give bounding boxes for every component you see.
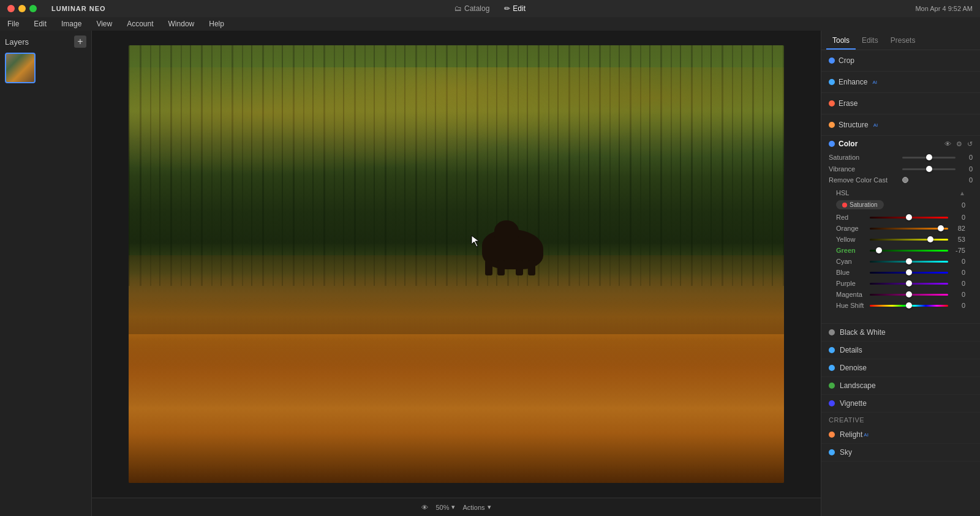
blue-label: Blue <box>836 269 870 276</box>
menu-account[interactable]: Account <box>124 20 156 28</box>
menu-view[interactable]: View <box>94 20 115 28</box>
hue-shift-track-wrapper[interactable] <box>870 301 948 310</box>
remove-cast-dot[interactable] <box>902 177 908 183</box>
vibrance-thumb[interactable] <box>926 166 932 172</box>
eye-icon: 👁 <box>421 504 428 511</box>
tool-denoise[interactable]: Denoise <box>821 359 980 377</box>
menu-file[interactable]: File <box>5 20 21 28</box>
color-section-label-wrapper: Color <box>829 140 858 148</box>
menu-image[interactable]: Image <box>59 20 84 28</box>
hsl-tab-row: Saturation 0 <box>836 200 965 209</box>
yellow-label: Yellow <box>836 236 870 243</box>
tool-sky[interactable]: Sky <box>821 444 980 462</box>
cyan-track-wrapper[interactable] <box>870 257 948 266</box>
edit-label: Edit <box>513 4 526 13</box>
purple-thumb[interactable] <box>906 280 912 286</box>
blue-track-wrapper[interactable] <box>870 268 948 277</box>
maximize-button[interactable] <box>29 5 37 12</box>
hue-shift-thumb[interactable] <box>906 302 912 308</box>
tool-relight[interactable]: Relight AI <box>821 426 980 444</box>
bw-icon-dot <box>829 329 835 335</box>
hsl-header[interactable]: HSL ▲ <box>836 189 965 196</box>
color-section-title: Color <box>839 140 858 148</box>
canvas-eye-btn[interactable]: 👁 <box>421 504 428 511</box>
foreground-grass <box>129 316 784 483</box>
zoom-arrow: ▾ <box>451 503 455 511</box>
tool-landscape[interactable]: Landscape <box>821 377 980 395</box>
canvas-zoom[interactable]: 50% ▾ <box>435 503 455 511</box>
autumn-foliage <box>129 67 784 220</box>
landscape-icon-dot <box>829 383 835 389</box>
sky-icon-dot <box>829 449 835 455</box>
green-track-wrapper[interactable] <box>870 246 948 255</box>
yellow-track-wrapper[interactable] <box>870 235 948 244</box>
saturation-row: Saturation 0 <box>829 153 973 162</box>
sky-label: Sky <box>840 448 852 457</box>
cyan-value: 0 <box>948 258 965 265</box>
tool-section-enhance: Enhance AI <box>821 72 980 93</box>
creative-header: Creative <box>821 413 980 426</box>
vibrance-row: Vibrance 0 <box>829 165 973 173</box>
crop-header[interactable]: Crop <box>829 54 973 67</box>
tab-tools[interactable]: Tools <box>826 32 856 50</box>
tool-details[interactable]: Details <box>821 342 980 359</box>
orange-track-wrapper[interactable] <box>870 224 948 233</box>
magenta-track-wrapper[interactable] <box>870 290 948 299</box>
hsl-saturation-tab[interactable]: Saturation <box>836 200 884 209</box>
blue-thumb[interactable] <box>906 269 912 275</box>
blue-track <box>870 272 948 274</box>
tool-vignette[interactable]: Vignette <box>821 395 980 413</box>
erase-header[interactable]: Erase <box>829 97 973 110</box>
vibrance-slider-wrapper[interactable] <box>902 165 956 173</box>
crop-icon-dot <box>829 58 835 64</box>
minimize-button[interactable] <box>18 5 26 12</box>
color-reset-btn[interactable]: ↺ <box>967 140 973 148</box>
structure-header[interactable]: Structure AI <box>829 118 973 132</box>
yellow-thumb[interactable] <box>927 236 933 242</box>
orange-track <box>870 228 948 230</box>
close-button[interactable] <box>7 5 15 12</box>
titlebar-nav: 🗂 Catalog ✏ Edit <box>454 4 526 13</box>
edit-icon: ✏ <box>504 4 510 13</box>
titlebar-right: Mon Apr 4 9:52 AM <box>915 5 973 12</box>
structure-badge: AI <box>873 122 878 128</box>
red-track-wrapper[interactable] <box>870 213 948 222</box>
add-layer-button[interactable]: + <box>74 36 86 48</box>
color-section: Color 👁 ⚙ ↺ Saturation <box>821 136 980 324</box>
red-thumb[interactable] <box>906 214 912 220</box>
menu-help[interactable]: Help <box>206 20 227 28</box>
tab-presets[interactable]: Presets <box>884 32 922 50</box>
saturation-thumb[interactable] <box>926 154 932 160</box>
left-sidebar: Layers + <box>0 31 92 516</box>
layer-thumbnail[interactable] <box>5 53 36 83</box>
saturation-slider-wrapper[interactable] <box>902 153 956 162</box>
app-name: LUMINAR NEO <box>51 5 106 12</box>
color-settings-btn[interactable]: ⚙ <box>956 140 962 148</box>
menubar: File Edit Image View Account Window Help <box>0 17 980 31</box>
purple-track <box>870 283 948 285</box>
hue-shift-track <box>870 305 948 307</box>
purple-track-wrapper[interactable] <box>870 279 948 288</box>
details-icon-dot <box>829 347 835 353</box>
canvas-actions[interactable]: Actions ▾ <box>462 503 491 511</box>
enhance-label-wrapper: Enhance AI <box>829 78 877 86</box>
menu-window[interactable]: Window <box>166 20 197 28</box>
cyan-thumb[interactable] <box>906 258 912 264</box>
color-section-header: Color 👁 ⚙ ↺ <box>829 140 973 148</box>
crop-label-wrapper: Crop <box>829 56 854 65</box>
tool-bw[interactable]: Black & White <box>821 324 980 342</box>
layers-header: Layers + <box>5 36 86 48</box>
green-thumb[interactable] <box>876 247 882 253</box>
magenta-thumb[interactable] <box>906 291 912 297</box>
menu-edit[interactable]: Edit <box>31 20 49 28</box>
photo-canvas[interactable] <box>129 45 784 483</box>
nav-edit[interactable]: ✏ Edit <box>504 4 526 13</box>
enhance-header[interactable]: Enhance AI <box>829 75 973 89</box>
details-label: Details <box>840 346 862 354</box>
color-visibility-btn[interactable]: 👁 <box>944 140 951 148</box>
canvas-wrapper <box>92 31 821 498</box>
creative-label: Creative <box>829 416 864 424</box>
nav-catalog[interactable]: 🗂 Catalog <box>454 4 489 13</box>
tab-edits[interactable]: Edits <box>856 32 884 50</box>
orange-thumb[interactable] <box>938 225 944 231</box>
